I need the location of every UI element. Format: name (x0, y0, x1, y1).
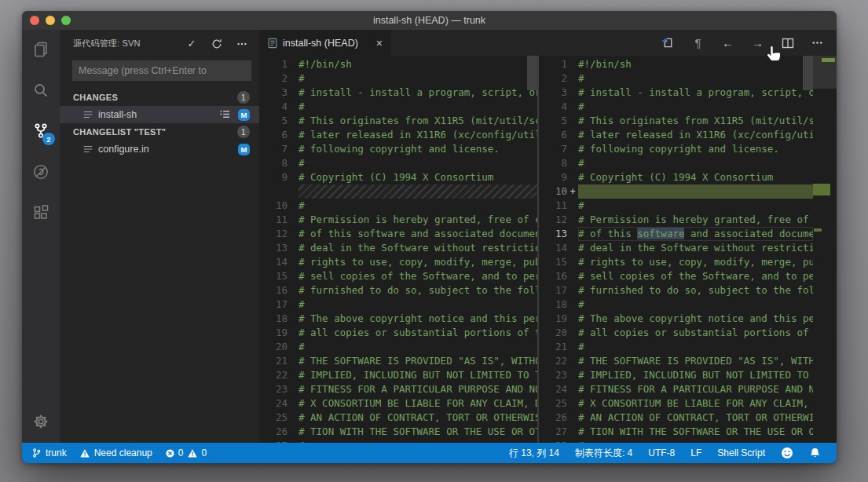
code-text: # furnished to do so, subject to the fol… (298, 283, 537, 298)
modified-line-21[interactable]: 21# (539, 340, 813, 354)
vscode-window: install-sh (HEAD) — trunk 2 (22, 11, 837, 463)
original-line-24[interactable]: 24# X CONSORTIUM BE LIABLE FOR ANY CLAIM… (259, 396, 537, 411)
modified-line-15[interactable]: 15# rights to use, copy, modify, merge, … (539, 255, 813, 269)
modified-line-3[interactable]: 3# install - install a program, script, … (539, 86, 813, 100)
original-line-21[interactable]: 21# THE SOFTWARE IS PROVIDED "AS IS", WI… (259, 354, 537, 368)
original-line-17[interactable]: 17# (259, 298, 537, 312)
minimize-window-button[interactable] (46, 16, 55, 25)
tab-install-sh-head[interactable]: install-sh (HEAD) × (259, 30, 391, 56)
modified-line-6[interactable]: 6# later released in X11R6 (xc/config/ut… (539, 128, 813, 142)
settings-gear-icon[interactable] (31, 411, 51, 432)
zoom-window-button[interactable] (61, 16, 71, 25)
previous-change-icon[interactable]: ← (721, 36, 734, 49)
commit-message-input[interactable] (72, 60, 251, 81)
modified-line-26[interactable]: 26# AN ACTION OF CONTRACT, TORT OR OTHER… (539, 411, 813, 425)
modified-line-12[interactable]: 12# Permission is hereby granted, free o… (539, 213, 813, 227)
original-line-16[interactable]: 16# furnished to do so, subject to the f… (259, 283, 537, 298)
modified-line-8[interactable]: 8# (539, 156, 813, 170)
split-editor-icon[interactable] (781, 36, 794, 49)
modified-line-5[interactable]: 5# This originates from X11R5 (mit/util/… (539, 114, 813, 128)
modified-line-10[interactable]: 10+ (539, 184, 813, 199)
explorer-icon[interactable] (31, 39, 51, 60)
original-line-18[interactable]: 18# The above copyright notice and this … (259, 312, 537, 326)
status-indentation[interactable]: 制表符长度: 4 (567, 443, 640, 463)
modified-line-20[interactable]: 20# all copies or substantial portions o… (539, 326, 813, 340)
extensions-icon[interactable] (31, 203, 51, 223)
modified-line-27[interactable]: 27# TION WITH THE SOFTWARE OR THE USE OR… (539, 425, 813, 439)
modified-line-16[interactable]: 16# sell copies of the Software, and to … (539, 269, 813, 283)
original-line-13[interactable]: 13# deal in the Software without restric… (259, 241, 537, 255)
original-line-10[interactable]: 10# (259, 199, 537, 213)
original-line-2[interactable]: 2# (259, 71, 537, 86)
right-scrollbar[interactable] (803, 56, 813, 90)
diff-modified-pane[interactable]: 1#!/bin/sh2#3# install - install a progr… (539, 56, 837, 443)
scm-section-header[interactable]: CHANGELIST "TEST"1 (60, 123, 259, 141)
original-line-7[interactable]: 7# following copyright and license. (259, 142, 537, 156)
modified-line-28[interactable]: 28# (539, 439, 813, 443)
debug-icon[interactable] (31, 162, 51, 182)
modified-line-9[interactable]: 9# Copyright (C) 1994 X Consortium (539, 170, 813, 184)
tab-close-icon[interactable]: × (374, 37, 385, 49)
more-actions-icon[interactable] (811, 36, 824, 49)
left-scrollbar[interactable] (527, 56, 537, 90)
original-line-23[interactable]: 23# FITNESS FOR A PARTICULAR PURPOSE AND… (259, 382, 537, 396)
source-control-icon[interactable]: 2 (31, 121, 51, 141)
scm-file-row-configure.in[interactable]: configure.inM (60, 141, 259, 158)
modified-line-11[interactable]: 11# (539, 199, 813, 213)
original-line-12[interactable]: 12# of this software and associated docu… (259, 227, 537, 241)
modified-line-14[interactable]: 14# deal in the Software without restric… (539, 241, 813, 255)
modified-line-17[interactable]: 17# furnished to do so, subject to the f… (539, 283, 813, 298)
original-line-1[interactable]: 1#!/bin/sh (259, 57, 537, 71)
original-line-22[interactable]: 22# IMPLIED, INCLUDING BUT NOT LIMITED T… (259, 368, 537, 382)
notifications-bell-icon[interactable] (801, 443, 829, 463)
code-text: # Copyright (C) 1994 X Consortium (298, 170, 537, 184)
close-window-button[interactable] (30, 16, 39, 25)
original-line-27[interactable]: 27# (259, 439, 537, 443)
search-icon[interactable] (31, 80, 51, 100)
feedback-smiley-icon[interactable] (773, 443, 801, 463)
original-line-14[interactable]: 14# rights to use, copy, modify, merge, … (259, 255, 537, 269)
original-line-26[interactable]: 26# TION WITH THE SOFTWARE OR THE USE OR… (259, 425, 537, 439)
modified-line-25[interactable]: 25# X CONSORTIUM BE LIABLE FOR ANY CLAIM… (539, 396, 813, 411)
modified-line-22[interactable]: 22# THE SOFTWARE IS PROVIDED "AS IS", WI… (539, 354, 813, 368)
original-line-8[interactable]: 8# (259, 156, 537, 170)
toggle-whitespace-icon[interactable]: ¶ (691, 36, 705, 49)
original-line-9[interactable]: 9# Copyright (C) 1994 X Consortium (259, 170, 537, 184)
scm-file-row-install-sh[interactable]: install-shM (60, 106, 259, 123)
open-file-icon[interactable] (661, 36, 675, 49)
section-count-badge: 1 (237, 126, 250, 138)
overview-ruler[interactable] (813, 56, 837, 443)
more-actions-icon[interactable] (236, 38, 248, 50)
original-line-11[interactable]: 11# Permission is hereby granted, free o… (259, 213, 537, 227)
scm-status-indicator[interactable]: Need cleanup (73, 443, 159, 463)
branch-indicator[interactable]: trunk (31, 443, 73, 463)
next-change-icon[interactable]: → (751, 36, 764, 49)
diff-original-pane[interactable]: 1#!/bin/sh2#3# install - install a progr… (259, 56, 537, 443)
original-line-15[interactable]: 15# sell copies of the Software, and to … (259, 269, 537, 283)
status-language-mode[interactable]: Shell Script (709, 443, 773, 463)
refresh-icon[interactable] (211, 38, 223, 50)
original-line-25[interactable]: 25# AN ACTION OF CONTRACT, TORT OR OTHER… (259, 411, 537, 425)
original-line-19[interactable]: 19# all copies or substantial portions o… (259, 326, 537, 340)
modified-line-23[interactable]: 23# IMPLIED, INCLUDING BUT NOT LIMITED T… (539, 368, 813, 382)
scm-section-header[interactable]: CHANGES1 (60, 89, 259, 106)
problems-indicator[interactable]: 0 0 (159, 443, 213, 463)
modified-line-18[interactable]: 18# (539, 298, 813, 312)
modified-line-24[interactable]: 24# FITNESS FOR A PARTICULAR PURPOSE AND… (539, 382, 813, 396)
status-eol[interactable]: LF (683, 443, 709, 463)
original-line-5[interactable]: 5# This originates from X11R5 (mit/util/… (259, 114, 537, 128)
original-line-6[interactable]: 6# later released in X11R6 (xc/config/ut… (259, 128, 537, 142)
status-encoding[interactable]: UTF-8 (640, 443, 683, 463)
commit-check-icon[interactable]: ✓ (185, 38, 198, 50)
original-line-4[interactable]: 4# (259, 100, 537, 114)
changelist-icon[interactable] (219, 108, 232, 121)
status-cursor-position[interactable]: 行 13, 列 14 (501, 443, 567, 463)
modified-line-1[interactable]: 1#!/bin/sh (539, 57, 813, 71)
modified-line-13[interactable]: 13# of this software and associated docu… (539, 227, 813, 241)
original-line-3[interactable]: 3# install - install a program, script, … (259, 86, 537, 100)
modified-line-7[interactable]: 7# following copyright and license. (539, 142, 813, 156)
modified-line-2[interactable]: 2# (539, 71, 813, 86)
modified-line-4[interactable]: 4# (539, 100, 813, 114)
modified-line-19[interactable]: 19# The above copyright notice and this … (539, 312, 813, 326)
original-line-20[interactable]: 20# (259, 340, 537, 354)
